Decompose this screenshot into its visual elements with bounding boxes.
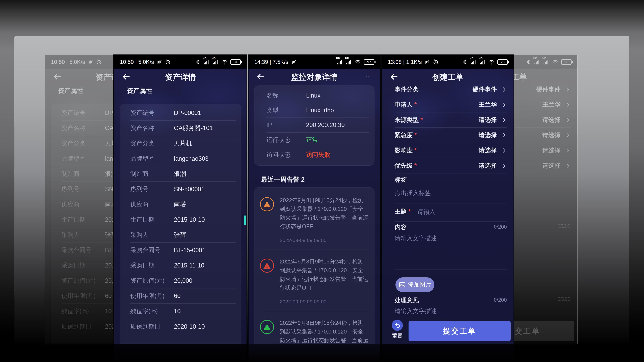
table-row: 资产编号DP-00001 [130,105,236,121]
bluetooth-icon [462,59,467,65]
table-row: 采购合同号BT-15-0001 [130,243,236,258]
row-value: 张辉 [174,231,186,239]
chevron-right-icon [565,87,570,92]
reflection-order: 重置 提交工单 [382,344,514,362]
row-label: 采购人 [130,231,174,239]
battery-icon: 26 [498,59,508,65]
alerts-card: 2022年9月8日9时15分24秒，检测到默认采集器 / 170.0.0.120… [254,187,374,344]
battery-icon: 26 [561,59,572,65]
row-value: 2015-11-10 [174,262,204,269]
signal-icon: HD [346,59,352,65]
table-row: 资产名称OA服务器-101 [130,121,236,136]
reset-label: 重置 [390,333,404,340]
select-row-priority[interactable]: 优先级*请选择 [394,158,507,173]
row-label: 使用年限(月) [130,292,174,300]
content-counter: 0/200 [494,224,507,230]
submit-order-button[interactable]: 提交工单 [408,321,511,341]
nav-bar: 监控对象详情 [248,69,380,85]
wifi-icon [355,59,361,65]
asset-card: 资产编号DP-00001 资产名称OA服务器-101 资产分类刀片机 品牌型号l… [120,104,241,344]
status-time-speed: 13:08 | 1.1K/s [388,59,422,65]
select-row-applicant[interactable]: 申请人*王兰华 [394,97,507,112]
mute-icon [291,59,297,65]
section-header: 资产属性 [127,86,152,95]
chevron-right-icon [565,117,570,123]
table-row: 制造商浪潮 [130,166,236,182]
status-bar: 13:08 | 1.1K/s HD HD 26 [382,55,514,69]
wifi-icon [221,59,228,65]
tag-label: 标签 [394,176,407,184]
table-row: IP200.200.20.30 [266,118,369,133]
scrollbar-thumb[interactable] [244,215,246,225]
row-value: 10 [174,308,180,315]
alert-item[interactable]: 2022年9月8日9时15分24秒，检测到默认采集器 / 170.0.0.120… [260,311,368,344]
wifi-icon [488,59,494,65]
row-value: SN-500001 [174,186,204,193]
chevron-right-icon [502,148,507,153]
content-input[interactable]: 请输入文字描述 [394,234,437,243]
reset-button[interactable] [392,320,403,331]
chevron-right-icon [502,133,507,138]
critical-triangle-icon [260,259,274,273]
subject-label: 主题* [394,207,411,216]
table-row: 采购日期2015-11-10 [130,258,236,273]
image-icon [399,281,406,288]
table-row: 供应商南塔 [130,197,236,212]
signal-icon: HD [470,59,476,65]
content-label: 内容 [394,223,407,231]
warning-triangle-icon [260,197,274,211]
select-row-urgency[interactable]: 紧急度*请选择 [394,128,507,143]
row-value: 浪潮 [174,170,186,178]
select-row-event-category[interactable]: 事件分类硬件事件 [394,82,507,97]
table-row: 资产原值(元)20,000 [130,273,236,289]
row-label: 生产日期 [130,216,174,224]
phone-asset-detail: 10:50 | 5.0K/s HD HD 31 资产详情 资产属性 资产编号DP… [114,55,246,344]
alert-timestamp: 2022-09-09 09:09:00 [280,238,368,243]
alarm-icon [433,59,438,65]
bluetooth-icon [526,59,531,65]
row-label: 质保到期日 [130,323,174,331]
more-menu-icon[interactable] [364,74,373,79]
chevron-right-icon [565,102,570,107]
status-badge: 访问失败 [306,151,330,159]
table-row: 访问状态访问失败 [266,147,369,162]
chevron-right-icon [502,102,507,107]
select-list: 事件分类硬件事件 申请人*王兰华 来源类型*请选择 紧急度*请选择 影响度*请选… [394,82,507,173]
alarm-icon [96,59,102,65]
status-time-speed: 14:39 | 7.5K/s [254,59,288,65]
signal-icon: HD [337,59,343,65]
row-value: 2020-10-10 [174,323,205,330]
tag-input[interactable]: 点击插入标签 [394,189,431,197]
success-triangle-icon [260,320,274,334]
signal-icon: HD [203,59,209,65]
reflection-monitor [248,344,380,362]
add-image-button[interactable]: 添加图片 [396,277,434,292]
showcase-canvas: 10:50 | 5.0K/s HD HD 31 资产详情 资产属性 资产编号DP… [0,0,644,362]
alert-item[interactable]: 2022年9月8日9时15分24秒，检测到默认采集器 / 170.0.0.120… [260,189,368,250]
row-label: 制造商 [130,170,174,178]
row-value: 2015-10-10 [174,216,205,223]
opinion-input[interactable]: 请输入文字描述 [394,307,437,315]
row-value: OA服务器-101 [174,124,213,132]
signal-icon: HD [212,59,218,65]
table-row: 生产日期2015-10-10 [130,212,236,227]
opinion-label: 处理意见 [394,296,419,305]
select-row-source-type[interactable]: 来源类型*请选择 [394,112,507,128]
status-time-speed: 10:50 | 5.0K/s [120,59,154,65]
battery-icon: 97 [364,59,374,65]
alarm-icon [165,59,171,65]
page-title: 资产详情 [114,72,246,82]
chevron-right-icon [502,87,507,92]
row-label: 残值率(%) [130,307,174,315]
row-label: 采购合同号 [130,246,174,254]
subject-input[interactable]: 请输入 [417,208,435,216]
alert-item[interactable]: 2022年9月8日9时15分24秒，检测到默认采集器 / 170.0.0.120… [260,250,368,311]
status-bar: 10:50 | 5.0K/s HD HD 31 [114,55,246,69]
table-row: 质保到期日2020-10-10 [130,319,236,334]
undo-icon [394,322,400,328]
battery-icon: 31 [230,59,241,65]
table-row: 资产分类刀片机 [130,136,236,151]
row-label: 采购日期 [130,261,174,270]
table-row: 名称Linux [266,88,369,103]
select-row-impact[interactable]: 影响度*请选择 [394,143,507,158]
